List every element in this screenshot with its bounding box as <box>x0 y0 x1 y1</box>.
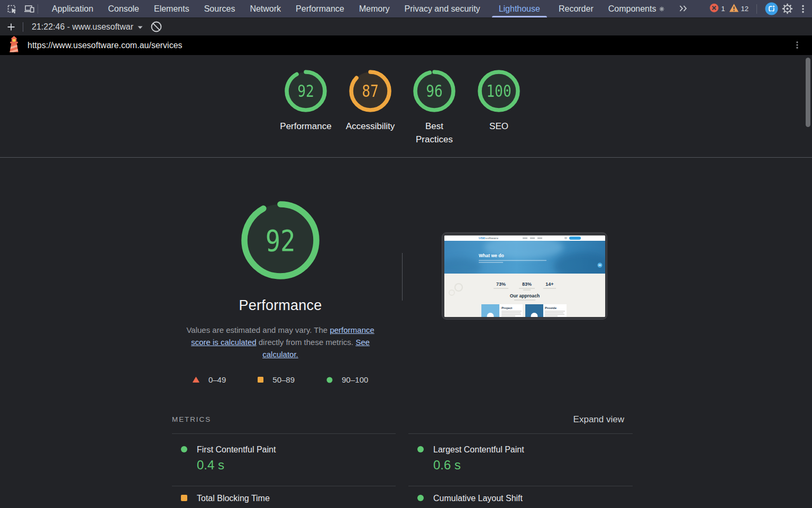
settings-gear-icon[interactable] <box>782 3 793 14</box>
gauge-score: 100 <box>481 70 516 112</box>
legend-range: 90–100 <box>342 375 368 384</box>
session-separator <box>23 22 23 32</box>
gauge-seo[interactable]: 100 SEO <box>467 70 531 133</box>
metric-name: Largest Contentful Paint <box>433 444 633 455</box>
thumb-stat-value: 83% <box>522 282 531 287</box>
report-selector[interactable]: 21:22:46 - www.usesoftwar <box>32 22 134 32</box>
warning-count: 12 <box>741 5 749 13</box>
metric-status-icon <box>181 446 187 452</box>
tab-label: Recorder <box>559 4 594 14</box>
tab-label: Network <box>250 4 281 14</box>
report-menu-kebab-icon[interactable] <box>793 41 801 51</box>
fail-triangle-icon <box>193 377 199 383</box>
tab-label: Sources <box>204 4 235 14</box>
more-tabs-icon <box>679 4 688 14</box>
gauge-score: 92 <box>248 201 313 279</box>
thumb-card-title: Provide <box>545 306 557 310</box>
category-description: Values are estimated and may vary. The p… <box>180 324 381 361</box>
devtools-toolbar: Application Console Elements Sources Net… <box>0 0 812 17</box>
description-text: directly from these metrics. <box>257 338 356 347</box>
thumb-stat-value: 14+ <box>545 282 553 287</box>
more-tabs-button[interactable] <box>672 0 695 17</box>
tab-sources[interactable]: Sources <box>197 0 243 17</box>
gauge-performance[interactable]: 92 Performance <box>274 70 337 133</box>
console-warnings-badge[interactable]: 12 <box>729 3 749 14</box>
device-toolbar-icon[interactable] <box>21 0 38 17</box>
column-divider <box>402 253 403 301</box>
tab-performance[interactable]: Performance <box>288 0 352 17</box>
scrollbar-thumb[interactable] <box>806 58 810 127</box>
toolbar-right: 1 12 <box>709 0 812 17</box>
gauge-score: 96 <box>417 70 452 112</box>
average-square-icon <box>258 377 263 383</box>
pass-circle-icon <box>326 377 333 383</box>
metric-value: 0.6 s <box>433 458 633 472</box>
tab-label: Lighthouse <box>499 4 540 14</box>
score-legend: 0–49 50–89 90–100 <box>175 375 386 384</box>
metrics-divider <box>172 486 396 486</box>
metric-status-icon <box>417 446 424 452</box>
legend-pass: 90–100 <box>326 375 368 384</box>
thumb-section-title: Our approach <box>509 293 539 298</box>
legend-average: 50–89 <box>258 375 295 384</box>
inspect-element-icon[interactable] <box>4 0 21 17</box>
lighthouse-report: 92 Performance 87 Accessibility 96 <box>0 55 812 508</box>
legend-range: 50–89 <box>272 375 295 384</box>
tab-network[interactable]: Network <box>242 0 288 17</box>
metrics-divider <box>408 433 633 434</box>
console-errors-badge[interactable]: 1 <box>709 3 725 14</box>
tab-lighthouse[interactable]: Lighthouse <box>491 0 548 17</box>
tab-application[interactable]: Application <box>44 0 101 17</box>
gauge-label: Accessibility <box>339 120 402 133</box>
legend-fail: 0–49 <box>193 375 226 384</box>
toolbar-left-icons <box>0 0 38 17</box>
metric-status-icon <box>417 495 424 501</box>
report-url-bar: https://www.usesoftware.com.au/services <box>0 35 812 55</box>
metrics-divider <box>408 486 633 486</box>
gauge-label: Best Practices <box>403 120 466 146</box>
tab-label: Console <box>108 4 139 14</box>
metric-value: 0.4 s <box>197 458 396 472</box>
page-screenshot-thumbnail: What we do USEsoftware 73% 83% <box>442 232 607 320</box>
gauge-accessibility[interactable]: 87 Accessibility <box>339 70 402 133</box>
metric-total-blocking-time: Total Blocking Time <box>181 493 396 507</box>
new-report-button[interactable] <box>3 18 19 35</box>
tab-label: Privacy and security <box>404 4 480 14</box>
lighthouse-logo-icon <box>8 36 20 55</box>
gauge-label: SEO <box>467 120 531 133</box>
components-settings-icon <box>659 6 664 12</box>
report-selector-caret-icon[interactable] <box>137 22 143 32</box>
tab-memory[interactable]: Memory <box>352 0 397 17</box>
toolbar-separator <box>38 4 38 14</box>
tab-console[interactable]: Console <box>101 0 147 17</box>
thumb-logo-suffix: software <box>485 237 498 240</box>
error-count: 1 <box>721 5 725 13</box>
tab-label: Performance <box>296 4 344 14</box>
gauge-score: 87 <box>353 70 388 112</box>
devtools-window: Application Console Elements Sources Net… <box>0 0 812 508</box>
tab-recorder[interactable]: Recorder <box>551 0 601 17</box>
lighthouse-session-bar: 21:22:46 - www.usesoftwar <box>0 17 812 35</box>
clear-reports-icon[interactable] <box>151 21 162 32</box>
metric-name: Cumulative Layout Shift <box>433 493 633 504</box>
legend-range: 0–49 <box>208 375 226 384</box>
devtools-tabs: Application Console Elements Sources Net… <box>44 0 695 17</box>
expand-view-button[interactable]: Expand view <box>518 414 624 425</box>
thumb-logo-prefix: USE <box>479 237 485 240</box>
tab-elements[interactable]: Elements <box>147 0 197 17</box>
tab-label: Components <box>608 4 656 14</box>
performance-score-gauge[interactable]: 92 <box>241 201 320 279</box>
tab-privacy-and-security[interactable]: Privacy and security <box>397 0 487 17</box>
metric-name: Total Blocking Time <box>197 493 396 504</box>
gauge-best-practices[interactable]: 96 Best Practices <box>403 70 466 146</box>
tab-components[interactable]: Components <box>601 0 672 17</box>
metric-cumulative-layout-shift: Cumulative Layout Shift <box>417 493 633 507</box>
metrics-section-label: METRICS <box>172 415 211 423</box>
devtools-menu-kebab-icon[interactable] <box>798 4 808 14</box>
error-icon <box>709 3 719 14</box>
thumb-stat-value: 73% <box>496 282 505 287</box>
toolbar-separator <box>756 4 757 14</box>
svg-text:USEsoftware: USEsoftware <box>479 237 499 240</box>
ai-assistance-button[interactable] <box>765 2 778 15</box>
category-title: Performance <box>175 297 386 314</box>
